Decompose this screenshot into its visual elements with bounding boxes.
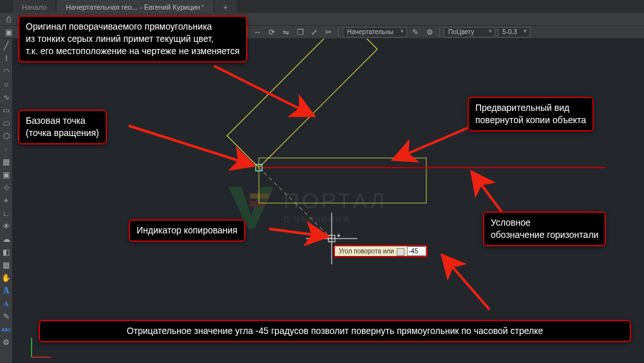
separator	[338, 27, 339, 37]
plus-icon: +	[223, 3, 227, 11]
tab-document[interactable]: Начертательная гео... - Евгений Курицин*	[57, 0, 213, 13]
ortho-icon[interactable]: ∟	[1, 208, 12, 219]
gear-icon[interactable]: ⚙	[424, 26, 435, 38]
settings-icon[interactable]: ⚙	[1, 337, 12, 348]
axis-icon[interactable]: ⊹	[1, 182, 12, 193]
grid-icon[interactable]: ▦	[1, 259, 12, 271]
arrow-to-original	[214, 66, 314, 116]
hatch-icon[interactable]: ▦	[1, 156, 12, 168]
trim-icon[interactable]: ✂	[323, 26, 334, 38]
drawing-canvas[interactable]: ПОРТАЛ о черчении	[13, 39, 644, 363]
block-icon[interactable]: ▣	[1, 169, 12, 181]
move-icon[interactable]: ↔	[252, 26, 263, 38]
rectangle-icon[interactable]: ▭	[1, 104, 12, 116]
textstyle-label: Начертательны	[347, 28, 393, 35]
spline-icon[interactable]: ∿	[1, 92, 12, 103]
lineweight-dropdown[interactable]: 5-0.3	[498, 27, 530, 37]
polygon-icon[interactable]: ⬡	[1, 130, 12, 142]
arc-icon[interactable]: ◠	[1, 66, 12, 77]
tab-home[interactable]: Начало	[13, 0, 55, 13]
callout-copy-indicator: Индикатор копирования	[129, 219, 245, 242]
circle-icon[interactable]: ○	[1, 79, 12, 90]
tab-new[interactable]: +	[214, 0, 236, 13]
left-toolbar: ╱ ⌇ ◠ ○ ∿ ▭ ⬭ ⬡ · ▦ ▣ ⊹ ⌖ ∟ 👁 ☁ ◧ ▦ ✋ A …	[0, 39, 13, 363]
paint-icon[interactable]: ✎	[410, 26, 421, 38]
arrow-to-copy-indicator	[269, 229, 328, 237]
angle-input-prompt: Угол поворота или	[334, 245, 428, 257]
mirror-icon[interactable]: ⇋	[280, 26, 292, 38]
plotstyle-label: ПоЦвету	[448, 28, 474, 35]
separator	[247, 27, 248, 37]
textstyle-dropdown[interactable]: Начертательны	[343, 27, 407, 37]
ellipse-icon[interactable]: ⬭	[1, 117, 12, 129]
hand-icon[interactable]: ✋	[1, 272, 12, 284]
cloud-icon[interactable]: ☁	[1, 233, 12, 245]
modified-star-icon: *	[202, 3, 204, 11]
drawing-svg: +	[13, 39, 644, 363]
callout-horizontal: Условное обозначение горизонтали	[483, 211, 606, 246]
original-rectangle	[227, 39, 377, 168]
print-icon[interactable]: ⎙	[3, 14, 14, 25]
svg-rect-3	[227, 39, 377, 168]
arrow-to-angle-input	[442, 255, 489, 309]
tab-document-label: Начертательная гео... - Евгений Курицин	[66, 3, 200, 11]
arrow-to-basepoint	[129, 126, 254, 166]
abc-icon[interactable]: ABC	[1, 324, 12, 335]
cube-icon[interactable]: ◧	[1, 246, 12, 258]
rotate-icon[interactable]: ⟳	[266, 26, 278, 38]
callout-original: Оригинал поворачиваемого прямоугольника …	[18, 15, 247, 63]
eye-icon[interactable]: 👁	[1, 221, 12, 232]
paint2-icon[interactable]: ✎	[1, 311, 12, 322]
polyline-icon[interactable]: ⌇	[1, 53, 12, 64]
angle-input-field[interactable]	[407, 246, 426, 256]
text-small-icon[interactable]: A	[1, 298, 12, 309]
document-tabs: Начало Начертательная гео... - Евгений К…	[13, 0, 236, 13]
point-icon[interactable]: ·	[1, 143, 12, 155]
scale-icon[interactable]: ⤢	[308, 26, 320, 38]
text-large-icon[interactable]: A	[1, 285, 12, 297]
svg-rect-4	[259, 158, 426, 203]
line-icon[interactable]: ╱	[1, 40, 12, 52]
plotstyle-dropdown[interactable]: ПоЦвету	[444, 27, 495, 37]
preview-copy-rectangle	[259, 158, 426, 203]
angle-input-label: Угол поворота или	[335, 246, 407, 256]
svg-text:+: +	[337, 232, 341, 239]
ucs-icon	[28, 335, 54, 360]
snap-icon[interactable]: ⌖	[1, 195, 12, 206]
callout-basepoint: Базовая точка (точка вращения)	[18, 110, 107, 144]
separator	[439, 27, 440, 37]
arrow-to-horizontal	[471, 172, 502, 213]
callout-preview: Предварительный вид повернутой копии объ…	[468, 97, 594, 132]
callout-negative-angle: Отрицательное значение угла -45 градусов…	[39, 320, 631, 342]
lineweight-label: 5-0.3	[502, 28, 517, 35]
copy-icon[interactable]: ❐	[294, 26, 306, 38]
layer-icon[interactable]: ▣	[3, 26, 14, 38]
